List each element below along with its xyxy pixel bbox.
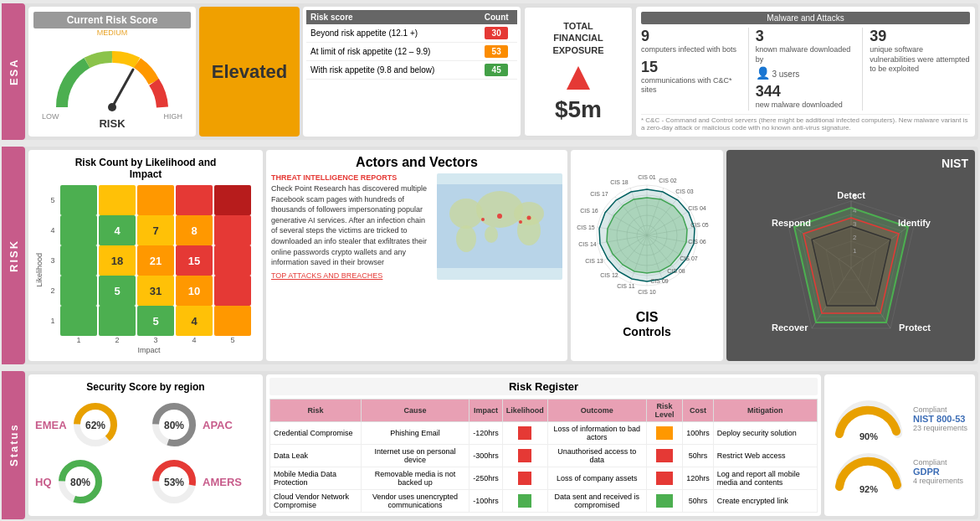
cell-3-4: 15 (176, 245, 213, 276)
register-row1-cause: Phishing Email (361, 422, 469, 445)
svg-text:CIS 18: CIS 18 (610, 179, 629, 185)
nist-radar-svg: 5 4 3 2 1 Detect Identify Protect Recove… (759, 188, 943, 339)
security-score-title: Security Score by region (35, 381, 256, 393)
x-label-3: 3 (137, 336, 174, 344)
heatmap-row-2: 2 5 31 10 (47, 276, 251, 306)
svg-text:53%: 53% (164, 477, 184, 488)
svg-text:Identify: Identify (897, 218, 931, 228)
compliance-gdpr: 92% Compliant GDPR 4 requirements (831, 449, 968, 495)
cell-5-4 (176, 185, 213, 215)
vuln-desc: unique software vulnerabilities were att… (870, 45, 970, 75)
risk-table-col2: Count (475, 10, 517, 24)
svg-text:80%: 80% (164, 420, 184, 431)
heatmap-title: Risk Count by Likelihood andImpact (35, 157, 256, 180)
financial-amount: $5m (555, 96, 602, 123)
risk-table-panel: Risk score Count Beyond risk appetite (1… (303, 7, 521, 137)
register-row1-mitigation: Deploy security solution (713, 422, 817, 445)
svg-text:90%: 90% (859, 431, 878, 441)
svg-point-12 (527, 216, 531, 220)
register-row4-outcome: Data sent and received is compromised (547, 490, 646, 513)
malware-stat-bots: 9 computers infected with bots 15 commun… (641, 28, 741, 111)
register-row3-cost: 120hrs (683, 467, 714, 490)
amers-donut: 53% (149, 457, 199, 507)
risk-table-col1: Risk score (306, 10, 475, 24)
cell-3-3: 21 (137, 245, 174, 276)
svg-text:80%: 80% (69, 477, 90, 488)
svg-marker-68 (812, 226, 890, 306)
nist-chart: 5 4 3 2 1 Detect Identify Protect Recove… (733, 173, 968, 354)
risk-row-3-label: With risk appetite (9.8 and below) (306, 61, 475, 80)
x-label-1: 1 (60, 336, 97, 344)
elevated-panel: Elevated (199, 7, 300, 137)
register-row3-outcome: Loss of company assets (547, 467, 646, 490)
actors-link[interactable]: TOP ATTACKS AND BREACHES (271, 271, 432, 280)
financial-panel: TOTALFINANCIALEXPOSURE ▲ $5m (524, 7, 633, 137)
register-row1-level (646, 422, 682, 445)
register-row3-mitigation: Log and report all mobile media and cont… (713, 467, 817, 490)
risk-row: RISK Risk Count by Likelihood andImpact … (2, 147, 978, 364)
svg-text:CIS 09: CIS 09 (650, 278, 669, 284)
cell-4-4: 8 (176, 215, 213, 245)
register-row2-risk: Data Leak (270, 445, 362, 467)
score-item-amers: 53% AMERS (149, 457, 256, 507)
esa-content: Current Risk Score MEDIUM (25, 3, 978, 140)
cell-2-3: 31 (137, 276, 174, 306)
risk-content: Risk Count by Likelihood andImpact Likel… (25, 147, 978, 364)
table-row: Beyond risk appetite (12.1 +) 30 (306, 24, 517, 43)
register-row3-risk: Mobile Media Data Protection (270, 467, 362, 490)
cell-2-5 (214, 276, 251, 306)
heatmap-row-1: 1 5 4 (47, 306, 251, 336)
apac-donut: 80% (149, 400, 199, 450)
nist-title: NIST (733, 157, 968, 170)
svg-text:CIS 12: CIS 12 (600, 272, 618, 278)
svg-text:CIS 03: CIS 03 (675, 188, 694, 194)
map-container (437, 173, 562, 280)
score-item-apac: 80% APAC (149, 400, 256, 450)
register-row1-outcome: Loss of information to bad actors (547, 422, 646, 445)
actors-text-block: THREAT INTELLIGENCE REPORTS Check Point … (271, 173, 432, 280)
register-row4-cause: Vendor uses unencrypted communications (361, 490, 469, 513)
register-row4-risk: Cloud Vendor Network Compromise (270, 490, 362, 513)
table-row: Credential Compromise Phishing Email -12… (270, 422, 818, 445)
heatmap-x-title: Impact (47, 346, 251, 354)
svg-text:62%: 62% (85, 420, 105, 431)
nist-name: NIST 800-53 (913, 414, 968, 424)
likelihood-label-wrap: Likelihood (35, 185, 45, 354)
svg-text:CIS 11: CIS 11 (617, 283, 635, 289)
cell-1-1 (60, 306, 97, 336)
cis-radar-svg: CIS 01 CIS 02 CIS 03 CIS 04 CIS 05 CIS 0… (576, 173, 718, 307)
risk-register-title: Risk Register (269, 378, 818, 395)
register-row2-mitigation: Restrict Web access (713, 445, 817, 467)
register-row3-cause: Removable media is not backed up (361, 467, 469, 490)
y-label-5: 5 (47, 196, 59, 204)
world-map-svg (437, 184, 562, 268)
register-row4-cost: 50hrs (683, 490, 714, 513)
cell-2-2: 5 (99, 276, 136, 306)
svg-point-1 (108, 103, 116, 111)
svg-text:CIS 13: CIS 13 (585, 258, 603, 264)
score-grid: EMEA 62% 80% AP (35, 400, 256, 507)
risk-score-title: Current Risk Score (33, 12, 191, 28)
y-label-3: 3 (47, 256, 59, 265)
cell-4-3: 7 (137, 215, 174, 245)
emea-label: EMEA (35, 419, 67, 431)
y-label-1: 1 (47, 317, 59, 325)
svg-text:Recover: Recover (772, 322, 808, 333)
gauge-medium-label: MEDIUM (33, 28, 191, 37)
register-row2-level (646, 445, 682, 467)
svg-text:Protect: Protect (899, 322, 931, 333)
cell-1-4: 4 (176, 306, 213, 336)
heatmap-row-3: 3 18 21 15 (47, 245, 251, 276)
security-score-panel: Security Score by region EMEA 62% (28, 374, 263, 516)
cell-1-3: 5 (137, 306, 174, 336)
gdpr-name: GDPR (913, 467, 968, 477)
register-col-impact: Impact (469, 400, 503, 422)
hq-donut: 80% (55, 457, 105, 507)
esa-label: ESA (2, 3, 25, 140)
financial-arrow: ▲ (558, 56, 598, 96)
register-row2-likelihood (502, 445, 547, 467)
register-row1-likelihood (502, 422, 547, 445)
gdpr-compliant-label: Compliant (913, 458, 968, 467)
intelligence-label: THREAT INTELLIGENCE REPORTS (271, 173, 432, 182)
vuln-count: 39 (870, 28, 970, 45)
